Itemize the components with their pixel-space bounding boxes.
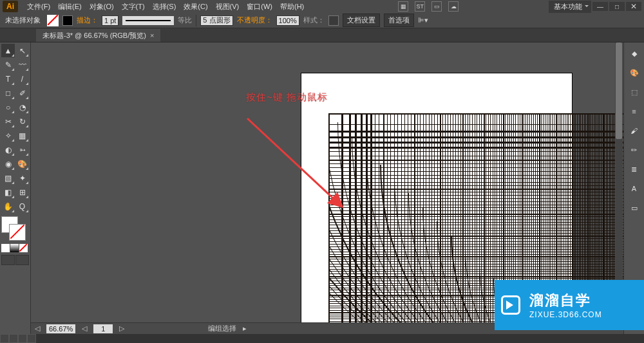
page-strip	[0, 334, 644, 343]
page-number[interactable]: 1	[93, 324, 113, 333]
stroke-width-input[interactable]: 1 pt	[102, 15, 118, 26]
document-tab-bar: 未标题-3* @ 66.67% (RGB/预览) ×	[0, 28, 644, 42]
stroke-style-preview[interactable]	[122, 16, 174, 25]
app-logo: Ai	[3, 1, 18, 12]
tool-shape-builder[interactable]: ✧	[1, 129, 15, 142]
menu-file[interactable]: 文件(F)	[23, 1, 54, 13]
uniform-label: 等比	[178, 15, 192, 25]
titlebar-doc-icon[interactable]: ▭	[431, 1, 442, 12]
titlebar-cloud-icon[interactable]: ☁	[448, 1, 459, 12]
tool-free-transform[interactable]: ↻	[15, 115, 29, 128]
panel-stroke-icon[interactable]: ⬚	[627, 85, 641, 99]
preferences-button[interactable]: 首选项	[384, 14, 414, 27]
tool-magic-wand[interactable]: ✎	[1, 58, 15, 71]
tool-zoom[interactable]: Q	[15, 199, 29, 213]
status-dropdown-icon[interactable]: ▸	[243, 324, 247, 333]
control-bar: 未选择对象 描边： 1 pt 等比 5 点圆形 不透明度： 100% 样式： 文…	[0, 13, 644, 28]
stroke-swatch[interactable]	[62, 15, 73, 26]
menu-help[interactable]: 帮助(H)	[276, 1, 308, 13]
tool-mesh[interactable]: ◐	[1, 143, 15, 156]
panel-align-icon[interactable]: ≣	[627, 162, 641, 176]
tool-ellipse[interactable]: ○	[1, 100, 15, 114]
tool-scissors[interactable]: ✂	[1, 115, 15, 128]
tool-slice[interactable]: ⊞	[15, 185, 29, 199]
page-nav-next[interactable]: ▷	[119, 324, 124, 333]
opacity-input[interactable]: 100%	[276, 15, 299, 26]
menu-select[interactable]: 选择(S)	[149, 1, 180, 13]
tool-artboard[interactable]: ◧	[1, 185, 15, 199]
menu-object[interactable]: 对象(O)	[86, 1, 118, 13]
tool-direct-selection[interactable]: ↖	[15, 44, 29, 57]
zoom-level[interactable]: 66.67%	[46, 324, 75, 333]
tool-paint[interactable]: 🎨	[15, 157, 29, 171]
fill-mode-row[interactable]	[1, 244, 29, 252]
stroke-label: 描边：	[77, 15, 98, 25]
watermark-logo	[501, 295, 523, 315]
watermark: 溜溜自学 ZIXUE.3D66.COM	[495, 280, 644, 330]
panel-transform-icon[interactable]: ▭	[627, 201, 641, 215]
panel-swatches-icon[interactable]: 🎨	[627, 66, 641, 80]
artboard-nav-prev[interactable]: ◁	[35, 324, 40, 333]
document-tab-title: 未标题-3* @ 66.67% (RGB/预览)	[43, 31, 146, 41]
tool-rotate[interactable]: ◔	[15, 100, 29, 114]
menu-bar: Ai 文件(F) 编辑(E) 对象(O) 文字(T) 选择(S) 效果(C) 视…	[0, 0, 644, 13]
tool-selection[interactable]: ▲	[1, 44, 15, 57]
menu-edit[interactable]: 编辑(E)	[54, 1, 86, 13]
status-label: 编组选择	[208, 324, 236, 333]
tool-rectangle[interactable]: □	[1, 86, 15, 100]
document-tab-close[interactable]: ×	[150, 32, 154, 39]
brush-preset[interactable]: 5 点圆形	[200, 15, 232, 26]
play-icon	[501, 295, 520, 315]
align-icon[interactable]: ⊫▾	[418, 16, 428, 24]
tool-type[interactable]: T	[1, 72, 15, 86]
tool-perspective[interactable]: ▦	[15, 129, 29, 142]
titlebar-grid-icon[interactable]: ▦	[398, 1, 408, 12]
fill-swatch[interactable]	[47, 15, 59, 26]
document-setup-button[interactable]: 文档设置	[343, 14, 380, 27]
tool-graph[interactable]: ✦	[15, 171, 29, 185]
screen-mode-row[interactable]	[1, 255, 29, 265]
tool-lasso[interactable]: 〰	[15, 58, 29, 71]
fill-stroke-swatches[interactable]	[1, 216, 28, 242]
panel-gradient-icon[interactable]: ≡	[627, 104, 641, 118]
tool-hand[interactable]: ✋	[1, 199, 15, 213]
tool-eyedropper[interactable]: ◉	[1, 157, 15, 171]
window-minimize[interactable]: —	[592, 2, 608, 11]
panel-color-icon[interactable]: ◆	[627, 46, 641, 60]
annotation-text: 按住~键 拖动鼠标	[246, 91, 328, 104]
tool-gradient[interactable]: ➳	[15, 143, 29, 156]
opacity-label: 不透明度：	[237, 15, 272, 25]
tool-line[interactable]: /	[15, 72, 29, 86]
selection-status: 未选择对象	[3, 15, 43, 25]
watermark-title: 溜溜自学	[529, 291, 602, 310]
panel-brushes-icon[interactable]: 🖌	[627, 124, 641, 138]
workspace-dropdown[interactable]: 基本功能	[549, 1, 591, 13]
watermark-url: ZIXUE.3D66.COM	[529, 310, 602, 319]
panel-symbols-icon[interactable]: ✏	[627, 143, 641, 157]
panel-type-icon[interactable]: A	[627, 181, 641, 196]
style-label: 样式：	[303, 15, 325, 25]
menu-type[interactable]: 文字(T)	[118, 1, 149, 13]
document-tab[interactable]: 未标题-3* @ 66.67% (RGB/预览) ×	[36, 29, 160, 42]
titlebar-st-icon[interactable]: ST	[415, 1, 425, 12]
page-nav-prev[interactable]: ◁	[82, 324, 87, 333]
window-close[interactable]: ✕	[626, 2, 641, 11]
style-swatch[interactable]	[328, 15, 339, 26]
menu-view[interactable]: 视图(V)	[212, 1, 243, 13]
menu-effect[interactable]: 效果(C)	[180, 1, 211, 13]
tool-panel: ▲ ↖ ✎ 〰 T / □ ✐ ○ ◔ ✂ ↻ ✧ ▦ ◐ ➳ ◉ 🎨 ▧ ✦ …	[0, 42, 31, 334]
window-maximize[interactable]: □	[609, 2, 625, 11]
menu-window[interactable]: 窗口(W)	[243, 1, 276, 13]
separator	[196, 15, 196, 26]
tool-symbol[interactable]: ▧	[1, 171, 15, 185]
tool-pencil[interactable]: ✐	[15, 86, 29, 100]
